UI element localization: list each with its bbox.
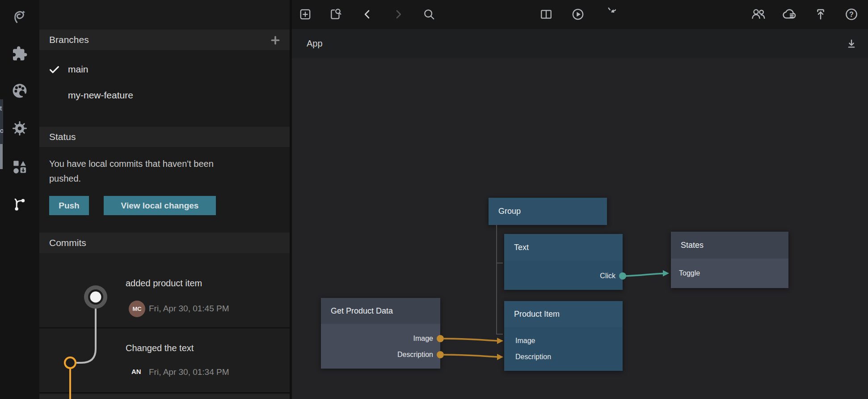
commit-date: Fri, Apr 30, 01:34 PM — [149, 367, 229, 377]
push-button[interactable]: Push — [49, 196, 89, 215]
port-click-output[interactable]: Click — [504, 268, 623, 284]
activity-rail — [0, 0, 39, 399]
split-view-icon[interactable] — [537, 5, 555, 23]
commit-avatar: AN — [131, 368, 141, 375]
component-search-icon[interactable] — [327, 5, 345, 23]
branches-section-header: Branches — [39, 30, 290, 50]
node-group[interactable]: Group — [489, 198, 607, 225]
commits-section-header: Commits — [39, 233, 290, 253]
deploy-icon[interactable] — [812, 5, 830, 23]
settings-gear-icon[interactable] — [0, 112, 39, 145]
branch-name: main — [68, 64, 88, 75]
noodl-logo-icon[interactable] — [0, 0, 39, 33]
branches-title: Branches — [49, 34, 89, 45]
back-icon[interactable] — [358, 5, 376, 23]
marketplace-import-icon[interactable] — [0, 150, 39, 183]
branch-item-main[interactable]: main — [39, 57, 290, 81]
branch-item-my-new-feature[interactable]: my-new-feature — [39, 83, 318, 107]
version-control-panel: Branches main my-new-feature Status You … — [39, 0, 290, 399]
canvas-toolbar: ? — [292, 0, 868, 29]
node-title: Text — [514, 243, 529, 252]
node-text[interactable]: Text Click — [504, 234, 623, 290]
commit-item[interactable]: added product item MC Fri, Apr 30, 01:45… — [39, 253, 290, 328]
status-title: Status — [49, 132, 76, 142]
commit-date: Fri, Apr 30, 01:45 PM — [149, 304, 229, 314]
preview-play-icon[interactable] — [569, 5, 587, 23]
collaborators-icon[interactable] — [750, 5, 767, 23]
background-window-peek: t — [0, 99, 3, 129]
components-icon[interactable] — [0, 37, 39, 70]
styles-palette-icon[interactable] — [0, 74, 39, 107]
breadcrumb-bar: App — [292, 29, 868, 58]
node-product-item[interactable]: Product Item Image Description — [504, 301, 623, 371]
port-description-input[interactable]: Description — [504, 349, 623, 365]
branch-name: my-new-feature — [68, 90, 133, 101]
add-node-icon[interactable] — [296, 5, 314, 23]
background-window-peek: o — [0, 126, 3, 144]
node-get-product-data[interactable]: Get Product Data Image Description — [321, 298, 440, 369]
port-image-output[interactable]: Image — [321, 331, 440, 347]
port-toggle-input[interactable]: Toggle — [671, 265, 788, 281]
node-title: Group — [498, 207, 521, 216]
commits-title: Commits — [49, 238, 86, 248]
node-title: States — [681, 241, 704, 250]
breadcrumb[interactable]: App — [307, 29, 323, 58]
node-states[interactable]: States Toggle — [671, 232, 788, 288]
port-description-output[interactable]: Description — [321, 347, 440, 363]
panel-canvas-divider — [290, 0, 292, 399]
commit-item-partial[interactable] — [39, 394, 290, 399]
commit-title: Changed the text — [126, 343, 194, 353]
refresh-icon[interactable] — [600, 5, 618, 23]
commit-item[interactable]: Changed the text AN Fri, Apr 30, 01:34 P… — [39, 328, 290, 393]
commit-avatar: MC — [129, 301, 145, 317]
plus-icon — [270, 35, 281, 46]
add-branch-button[interactable] — [269, 34, 282, 47]
commit-title: added product item — [126, 278, 202, 289]
status-message: You have local commits that haven't been… — [49, 157, 228, 186]
cloud-services-icon[interactable] — [780, 5, 798, 23]
status-section-header: Status — [39, 127, 290, 147]
port-image-input[interactable]: Image — [504, 333, 623, 349]
version-control-branch-icon[interactable] — [0, 187, 39, 221]
node-title: Get Product Data — [331, 306, 393, 316]
view-local-changes-button[interactable]: View local changes — [104, 196, 216, 215]
check-icon — [39, 64, 68, 76]
background-window-peek — [0, 144, 3, 169]
download-icon[interactable] — [844, 36, 859, 51]
svg-text:?: ? — [849, 11, 854, 18]
noodl-app-window: t o Branches main my-new-feature Status — [0, 0, 868, 399]
forward-icon[interactable] — [389, 5, 407, 23]
node-title: Product Item — [514, 310, 560, 319]
help-icon[interactable]: ? — [843, 5, 860, 23]
search-icon[interactable] — [420, 5, 438, 23]
